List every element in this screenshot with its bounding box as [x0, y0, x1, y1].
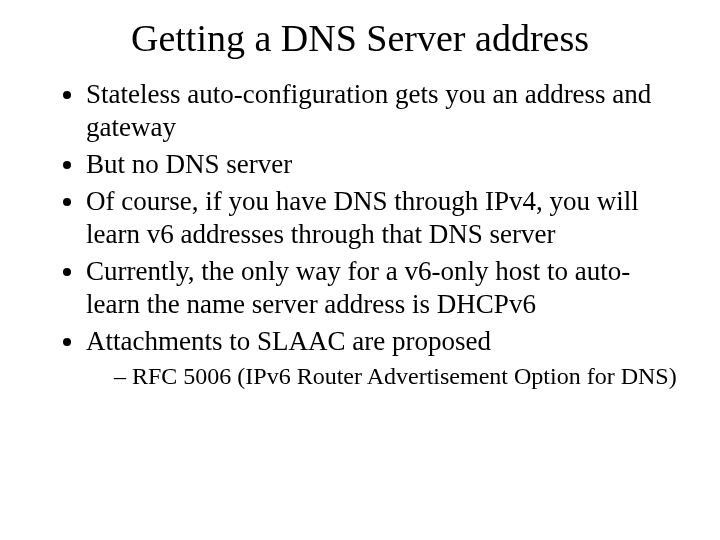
bullet-item: Currently, the only way for a v6-only ho… [86, 255, 680, 321]
bullet-item: Stateless auto-configuration gets you an… [86, 78, 680, 144]
bullet-item: Attachments to SLAAC are proposed RFC 50… [86, 325, 680, 391]
bullet-item-text: Attachments to SLAAC are proposed [86, 326, 491, 356]
bullet-item: But no DNS server [86, 148, 680, 181]
bullet-item: Of course, if you have DNS through IPv4,… [86, 185, 680, 251]
sub-bullet-item: RFC 5006 (IPv6 Router Advertisement Opti… [114, 362, 680, 391]
slide: Getting a DNS Server address Stateless a… [0, 0, 720, 540]
bullet-list: Stateless auto-configuration gets you an… [40, 78, 680, 391]
slide-title: Getting a DNS Server address [40, 16, 680, 60]
sub-bullet-list: RFC 5006 (IPv6 Router Advertisement Opti… [86, 362, 680, 391]
